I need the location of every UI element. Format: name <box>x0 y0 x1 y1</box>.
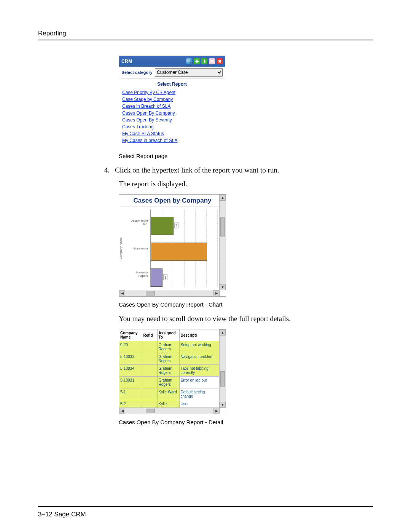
column-header: Descripti <box>179 329 220 341</box>
table-row: 5-10033Graham RogersNavigation problem <box>119 353 220 365</box>
scroll-thumb[interactable] <box>220 217 225 236</box>
table-row: 5-10031Graham RogersError on log out <box>119 377 220 388</box>
scroll-right-button[interactable]: ▶ <box>213 290 220 296</box>
scroll-left-button[interactable]: ◀ <box>119 290 125 296</box>
page-header: Reporting <box>38 30 373 37</box>
report-link[interactable]: Case Priority By CS Agent <box>122 89 222 96</box>
detail-table: Company Name RefId Assigned To Descripti… <box>119 329 220 408</box>
table-cell <box>142 377 157 388</box>
table-cell: Setup not working <box>179 341 220 353</box>
category-select[interactable]: Customer Care <box>155 68 223 77</box>
horizontal-scrollbar[interactable]: ◀ ▶ <box>119 290 220 296</box>
chart-body: Company Name Design Right Inc. Eurolandi… <box>119 206 226 290</box>
scroll-down-button[interactable]: ▼ <box>220 402 226 408</box>
scroll-right-button[interactable]: ▶ <box>213 408 220 414</box>
scroll-thumb[interactable] <box>220 371 225 387</box>
table-cell: User <box>179 400 220 408</box>
chart-screenshot: Cases Open by Company Company Name Desig… <box>119 194 226 297</box>
crm-brand: CRM <box>121 59 132 64</box>
report-link[interactable]: Cases Open By Severity <box>122 117 222 123</box>
report-link[interactable]: Case Stage by Company <box>122 96 222 103</box>
table-cell: 5-1 <box>119 388 142 400</box>
table-row: 5-2KylieUser <box>119 400 220 408</box>
crm-select-row: Select category Customer Care <box>119 67 225 78</box>
select-category-label: Select category <box>119 68 155 77</box>
plot-area: 21 <box>150 209 217 287</box>
new-icon[interactable]: ✚ <box>194 58 200 64</box>
step-followup: The report is displayed. <box>119 180 350 188</box>
gridline <box>217 209 218 287</box>
category-label: Eurolandia <box>126 238 149 259</box>
report-link[interactable]: My Cases in breach of SLA <box>122 137 222 144</box>
vertical-scrollbar[interactable]: ▲ ▼ <box>219 195 226 290</box>
page-footer: 3–12 Sage CRM <box>38 511 86 518</box>
select-report-heading: Select Report <box>119 78 225 89</box>
figure-caption: Cases Open By Company Report - Detail <box>119 419 350 425</box>
table-cell: Graham Rogers <box>157 365 179 377</box>
scroll-down-button[interactable]: ▼ <box>220 284 226 290</box>
report-link[interactable]: Cases in Breach of SLA <box>122 103 222 110</box>
table-cell <box>142 353 157 365</box>
table-cell <box>142 341 157 353</box>
table-row: 5-10034Graham RogersTabs not tabbing cor… <box>119 365 220 377</box>
table-cell <box>142 388 157 400</box>
table-cell: Default setting change <box>179 388 220 400</box>
chart-bar <box>151 268 162 287</box>
chart-title: Cases Open by Company <box>119 195 226 206</box>
bar-value-label: 1 <box>163 275 167 280</box>
bar-value-label: 2 <box>174 223 178 228</box>
table-cell: Graham Rogers <box>157 341 179 353</box>
category-label: Maverick Papers <box>126 264 149 285</box>
report-link[interactable]: Cases Tracking <box>122 123 222 130</box>
table-cell: 5-10034 <box>119 365 142 377</box>
figure-caption: Cases Open By Company Report - Chart <box>119 301 350 308</box>
table-cell: Error on log out <box>179 377 220 388</box>
chart-bar <box>151 243 207 261</box>
table-cell: Graham Rogers <box>157 377 179 388</box>
detail-screenshot: Company Name RefId Assigned To Descripti… <box>119 329 226 414</box>
table-cell: Navigation problem <box>179 353 220 365</box>
horizontal-scrollbar[interactable]: ◀ ▶ <box>119 407 220 414</box>
table-cell: 0-20 <box>119 341 142 353</box>
vertical-scrollbar[interactable]: ▲ ▼ <box>219 329 226 408</box>
crm-toolbar: 🔍 ✚ ⬇ ✉ ✖ <box>186 58 223 64</box>
category-label: Design Right Inc. <box>126 212 149 233</box>
table-header-row: Company Name RefId Assigned To Descripti <box>119 329 220 341</box>
scroll-thumb[interactable] <box>146 409 155 413</box>
step-text: Click on the hypertext link of the repor… <box>115 166 350 174</box>
scroll-note: You may need to scroll down to view the … <box>119 315 350 323</box>
y-axis-label: Company Name <box>119 206 124 290</box>
table-row: 5-1Kylie WardDefault setting change <box>119 388 220 400</box>
crm-screenshot: CRM 🔍 ✚ ⬇ ✉ ✖ Select category Customer C… <box>119 56 225 148</box>
table-cell: Tabs not tabbing correctly <box>179 365 220 377</box>
table-cell: Kylie <box>157 400 179 408</box>
scroll-left-button[interactable]: ◀ <box>119 408 125 414</box>
scroll-up-button[interactable]: ▲ <box>220 329 226 335</box>
header-rule <box>38 40 373 40</box>
report-link[interactable]: Cases Open By Company <box>122 110 222 117</box>
footer-rule <box>38 506 373 507</box>
table-cell <box>142 365 157 377</box>
close-icon[interactable]: ✖ <box>217 58 223 64</box>
table-cell: 5-10031 <box>119 377 142 388</box>
column-header: Company Name <box>119 329 142 341</box>
table-cell: 5-2 <box>119 400 142 408</box>
chart-bar <box>151 217 174 235</box>
figure-caption: Select Report page <box>119 153 350 159</box>
report-link-list: Case Priority By CS Agent Case Stage by … <box>119 89 225 148</box>
search-icon[interactable]: 🔍 <box>186 58 192 64</box>
step-number: 4. <box>99 166 110 174</box>
table-cell: 5-10033 <box>119 353 142 365</box>
scroll-thumb[interactable] <box>146 291 155 296</box>
report-link[interactable]: My Case SLA Status <box>122 130 222 137</box>
scroll-up-button[interactable]: ▲ <box>220 195 226 201</box>
table-cell: Graham Rogers <box>157 353 179 365</box>
mail-icon[interactable]: ✉ <box>209 58 215 64</box>
column-header: Assigned To <box>157 329 179 341</box>
category-labels: Design Right Inc. Eurolandia Maverick Pa… <box>124 206 150 290</box>
instruction-step: 4. Click on the hypertext link of the re… <box>99 166 350 174</box>
crm-titlebar: CRM 🔍 ✚ ⬇ ✉ ✖ <box>119 56 225 67</box>
column-header: RefId <box>142 329 157 341</box>
table-row: 0-20Graham RogersSetup not working <box>119 341 220 353</box>
download-icon[interactable]: ⬇ <box>201 58 207 64</box>
